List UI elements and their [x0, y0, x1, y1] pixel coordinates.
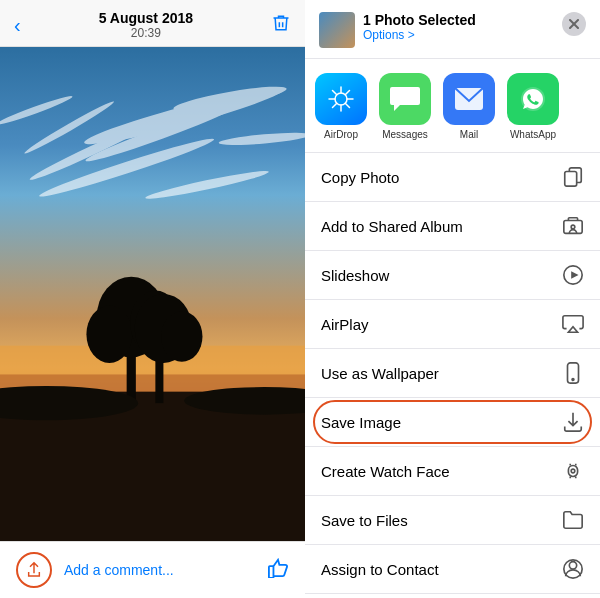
- copy-photo-label: Copy Photo: [321, 169, 399, 186]
- share-app-whatsapp[interactable]: WhatsApp: [507, 73, 559, 140]
- svg-marker-32: [568, 327, 577, 333]
- add-shared-album-label: Add to Shared Album: [321, 218, 463, 235]
- svg-point-37: [569, 562, 576, 569]
- share-sheet: 1 Photo Selected Options >: [305, 0, 600, 598]
- photo-viewer-panel: ‹ 5 August 2018 20:39: [0, 0, 305, 598]
- photo-time: 20:39: [99, 26, 193, 40]
- save-files-label: Save to Files: [321, 512, 408, 529]
- back-button[interactable]: ‹: [14, 14, 21, 37]
- copy-icon: [562, 166, 584, 188]
- share-button[interactable]: [16, 552, 52, 588]
- wallpaper-label: Use as Wallpaper: [321, 365, 439, 382]
- svg-point-5: [218, 130, 305, 147]
- selected-photo-thumbnail: [319, 12, 355, 48]
- contact-icon: [562, 558, 584, 580]
- action-use-as-wallpaper[interactable]: Use as Wallpaper: [305, 349, 600, 398]
- action-copy-photo[interactable]: Copy Photo: [305, 153, 600, 202]
- top-bar: ‹ 5 August 2018 20:39: [0, 0, 305, 47]
- airplay-label: AirPlay: [321, 316, 369, 333]
- delete-button[interactable]: [271, 13, 291, 38]
- share-app-mail[interactable]: Mail: [443, 73, 495, 140]
- svg-rect-27: [565, 172, 577, 187]
- svg-point-29: [571, 225, 575, 229]
- slideshow-label: Slideshow: [321, 267, 389, 284]
- share-app-airdrop[interactable]: AirDrop: [315, 73, 367, 140]
- slideshow-icon: [562, 264, 584, 286]
- svg-point-15: [86, 305, 132, 362]
- whatsapp-label: WhatsApp: [510, 129, 556, 140]
- action-add-shared-album[interactable]: Add to Shared Album: [305, 202, 600, 251]
- save-image-label: Save Image: [321, 414, 401, 431]
- photo-display: [0, 47, 305, 541]
- phone-icon: [562, 362, 584, 384]
- svg-marker-31: [571, 271, 578, 278]
- action-save-image[interactable]: Save Image: [305, 398, 600, 447]
- selected-count-label: 1 Photo Selected: [363, 12, 476, 28]
- svg-rect-28: [564, 221, 582, 234]
- photo-date: 5 August 2018: [99, 10, 193, 26]
- save-image-icon: [562, 411, 584, 433]
- svg-point-34: [572, 379, 574, 381]
- close-sheet-button[interactable]: [562, 12, 586, 36]
- svg-rect-35: [568, 466, 577, 477]
- airplay-icon: [562, 313, 584, 335]
- action-print[interactable]: Print: [305, 594, 600, 598]
- watch-face-label: Create Watch Face: [321, 463, 450, 480]
- svg-point-36: [571, 469, 575, 473]
- options-link[interactable]: Options >: [363, 28, 476, 42]
- bottom-toolbar: Add a comment...: [0, 541, 305, 598]
- watch-icon: [562, 460, 584, 482]
- comment-field[interactable]: Add a comment...: [64, 562, 255, 578]
- sheet-header: 1 Photo Selected Options >: [305, 0, 600, 59]
- folder-icon: [562, 509, 584, 531]
- svg-point-7: [144, 167, 270, 202]
- share-app-messages[interactable]: Messages: [379, 73, 431, 140]
- app-share-row: AirDrop Messages Mail: [305, 59, 600, 153]
- assign-contact-label: Assign to Contact: [321, 561, 439, 578]
- shared-album-icon: [562, 215, 584, 237]
- messages-label: Messages: [382, 129, 428, 140]
- svg-point-18: [161, 311, 202, 362]
- action-assign-contact[interactable]: Assign to Contact: [305, 545, 600, 594]
- action-create-watch-face[interactable]: Create Watch Face: [305, 447, 600, 496]
- like-button[interactable]: [267, 558, 289, 583]
- mail-label: Mail: [460, 129, 478, 140]
- airdrop-label: AirDrop: [324, 129, 358, 140]
- action-save-to-files[interactable]: Save to Files: [305, 496, 600, 545]
- svg-point-8: [0, 93, 74, 127]
- action-slideshow[interactable]: Slideshow: [305, 251, 600, 300]
- actions-list: Copy Photo Add to Shared Album Slideshow: [305, 153, 600, 598]
- action-airplay[interactable]: AirPlay: [305, 300, 600, 349]
